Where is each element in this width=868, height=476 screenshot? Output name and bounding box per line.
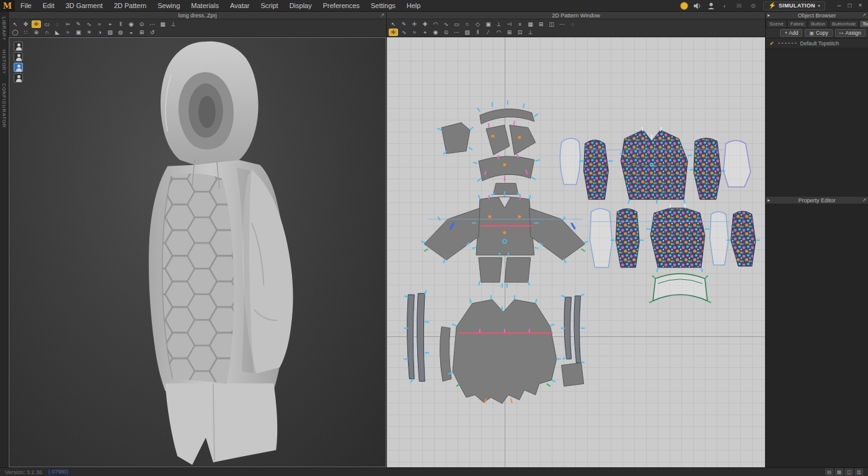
avatar-toggle-alt[interactable] [14,73,23,83]
measure-tool-2d[interactable]: ⊥ [526,29,535,36]
segment-topstitch-tool[interactable]: ∿ [399,29,409,36]
curve-tool[interactable]: ∿ [441,20,451,28]
avatar-display-tool[interactable]: ◯ [11,29,20,36]
pattern-piece-hood-gusset[interactable] [494,183,518,194]
pattern-piece-hood-band[interactable] [479,156,534,181]
menu-item[interactable]: Avatar [224,0,255,12]
trace-tool[interactable]: ◌ [568,20,577,28]
pattern-piece-hem-facing[interactable] [562,362,584,386]
notch-tool[interactable]: ⊣ [505,20,514,28]
pattern-piece-placket-strip-2[interactable] [417,294,425,382]
object-browser-tab[interactable]: Fabric [787,20,807,27]
camera-tool[interactable]: ▣ [74,29,83,36]
maximize-button[interactable]: □ [845,1,854,10]
pattern-piece-placket-strip-1[interactable] [407,295,415,379]
grid-snap-tool[interactable]: ⊞ [536,20,546,28]
menu-item[interactable]: Materials [185,0,224,12]
free-topstitch-tool[interactable]: ≈ [410,29,419,36]
lasso-select-tool[interactable]: ◌ [53,20,62,28]
viewport-3d[interactable] [9,37,386,467]
button-tool-2d[interactable]: ◉ [431,29,440,36]
transform-pattern-tool[interactable]: ↖ [389,20,398,28]
pin-box-tool[interactable]: ⌖ [105,20,115,28]
assign-button[interactable]: ↦Assign [835,29,866,37]
layout-quad-icon[interactable]: ▥ [855,469,863,475]
pattern-piece-camo-panel-right[interactable] [731,211,756,266]
edit-pattern-tool[interactable]: ✎ [399,20,409,28]
pattern-piece-lining-panel-left[interactable] [590,209,612,267]
object-browser-tab[interactable]: Scene [766,20,787,27]
mail-icon[interactable]: ✉ [735,2,743,9]
zipper-tool[interactable]: ‖ [116,20,125,28]
shadow-toggle[interactable]: ◑ [95,29,104,36]
surface-texture-toggle[interactable]: ▨ [105,29,115,36]
expand-icon[interactable]: ↗ [862,12,866,19]
menu-item[interactable]: Preferences [317,0,365,12]
light-tool[interactable]: ☀ [84,29,94,36]
perpendicular-tool[interactable]: ⊥ [494,20,503,28]
topstitch-tool[interactable]: ⋯ [148,20,157,28]
fold-line-tool[interactable]: ∕ [484,29,493,36]
dart-tool[interactable]: ◇ [473,20,482,28]
edit-point-tool[interactable]: ✛ [410,20,419,28]
pattern-piece-sleeve-left[interactable] [424,208,480,260]
snap-toggle[interactable]: ⊞ [505,29,514,36]
add-point-tool[interactable]: ✚ [420,20,430,28]
menu-item[interactable]: Sewing [152,0,185,12]
buttonhole-tool-2d[interactable]: ⊙ [441,29,451,36]
menu-item[interactable]: 2D Pattern [108,0,153,12]
pattern-piece-lining-panel-right[interactable] [710,212,728,265]
close-button[interactable]: × [856,1,865,10]
menu-item[interactable]: Script [255,0,284,12]
garment-group[interactable] [149,42,293,465]
pin-tool-2d[interactable]: ⌖ [420,29,430,36]
pattern-piece-lining-sleeve-right[interactable] [724,141,751,187]
reset-view-tool[interactable]: ↺ [148,29,157,36]
list-item-topstitch[interactable]: ✔ Default Topstitch [766,38,868,48]
gizmo-tool[interactable]: ⊕ [32,29,41,36]
pattern-piece-camo-vest-front[interactable] [650,208,705,267]
scissors-tool[interactable]: ✂ [63,20,73,28]
pin-tool[interactable]: ✛ [32,20,41,28]
menu-item[interactable]: Settings [365,0,401,12]
free-sewing-tool[interactable]: ≈ [95,20,104,28]
expand-icon[interactable]: ↗ [380,12,384,19]
layout-2d-icon[interactable]: ▦ [835,469,843,475]
stitch-line-tool[interactable]: ⋯ [452,29,461,36]
grid-toggle[interactable]: ⊞ [137,29,146,36]
menu-item[interactable]: File [15,0,37,12]
pattern-piece-back-lower-right[interactable] [505,258,531,282]
layout-3d-icon[interactable]: ▤ [825,469,833,475]
fabric-texture-tool[interactable]: ▦ [158,20,167,28]
object-browser-tab[interactable]: Buttonhole [829,20,859,27]
object-browser-tab[interactable]: Button [808,20,828,27]
add-button[interactable]: + Add [780,29,802,37]
buttonhole-tool[interactable]: ⊙ [137,20,146,28]
segment-sewing-tool[interactable]: ∿ [84,20,94,28]
avatar-toggle-pose[interactable] [14,52,23,61]
collapse-icon[interactable]: ▸ [768,197,770,204]
pattern-piece-camo-sleeve-left[interactable] [583,140,608,200]
strain-map-toggle[interactable]: ◍ [116,29,125,36]
flip-tool[interactable]: ◠ [494,29,503,36]
topstitch-edit-tool[interactable]: ✛ [389,29,398,36]
layout-split-icon[interactable]: ◫ [845,469,853,475]
grading-tool[interactable]: ≡ [515,20,525,28]
pattern-piece-sleeve-right[interactable] [529,208,585,260]
settings-gear-icon[interactable]: ⚙ [749,2,758,9]
simulation-button[interactable]: ⚡ SIMULATION ▾ [763,1,825,11]
internal-shape-tool[interactable]: ▣ [484,20,493,28]
expand-icon[interactable]: ↗ [862,197,866,204]
shirring-tool[interactable]: ▨ [463,29,472,36]
collapse-icon[interactable]: ▸ [768,12,770,19]
menu-item[interactable]: 3D Garment [60,0,108,12]
rail-tab[interactable]: HISTORY [1,50,7,74]
edit-curve-tool[interactable]: ◠ [431,20,440,28]
rectangle-tool[interactable]: ▭ [452,20,461,28]
button-tool[interactable]: ◉ [126,20,136,28]
app-logo[interactable]: M [0,0,15,12]
menu-item[interactable]: Edit [37,0,60,12]
avatar-toggle-selected[interactable] [14,63,23,72]
pattern-piece-hood-side[interactable] [441,123,470,154]
pattern-piece-hood-cheek-right[interactable] [510,125,536,155]
